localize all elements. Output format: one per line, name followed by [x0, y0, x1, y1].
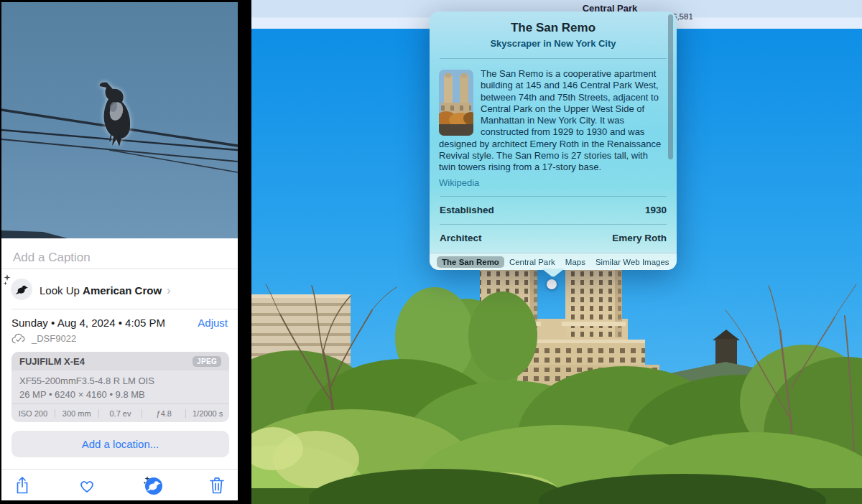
ev-value: 0.7 ev	[99, 409, 142, 418]
popover-tail	[542, 269, 565, 279]
divider	[11, 309, 238, 309]
fact-row-established: Established 1930	[440, 197, 667, 224]
camera-model: FUJIFILM X-E4	[19, 356, 85, 367]
share-icon	[14, 476, 31, 495]
focal-length-value: 300 mm	[55, 409, 98, 418]
wikipedia-link[interactable]: Wikipedia	[439, 177, 667, 188]
lookup-row[interactable]: Look Up American Crow›	[1, 269, 238, 309]
san-remo-building-thumbnail	[439, 70, 473, 136]
lookup-subject: American Crow	[83, 284, 162, 297]
exposure-row: ISO 200 300 mm 0.7 ev ƒ4.8 1/2000 s	[11, 403, 229, 422]
selected-photo-bird-on-wire[interactable]	[1, 2, 238, 238]
popover-header: The San Remo Skyscraper in New York City	[430, 11, 677, 59]
fact-value: 1930	[645, 205, 667, 215]
lens-info: XF55-200mmF3.5-4.8 R LM OIS	[11, 370, 229, 386]
chevron-right-icon: ›	[167, 284, 171, 297]
shutter-value: 1/2000 s	[186, 409, 229, 418]
fact-row-architect: Architect Emery Roth	[440, 224, 667, 252]
popover-title: The San Remo	[430, 21, 677, 35]
filename-text: _DSF9022	[32, 333, 76, 344]
add-location-button[interactable]: Add a location...	[11, 431, 229, 457]
fact-value: Emery Roth	[612, 233, 667, 243]
visual-lookup-button[interactable]	[140, 473, 164, 498]
popover-tab-strip: The San Remo Central Park Maps Similar W…	[430, 253, 677, 270]
date-row: Sunday • Aug 4, 2024 • 4:05 PM Adjust	[1, 315, 238, 331]
scrollbar[interactable]	[668, 14, 673, 159]
tab-central-park[interactable]: Central Park	[504, 256, 560, 268]
favorite-button[interactable]	[75, 473, 99, 498]
photo-toolbar	[1, 469, 238, 500]
facts-section: Established 1930 Architect Emery Roth	[430, 196, 677, 252]
caption-input[interactable]	[11, 247, 230, 269]
bird-icon	[15, 284, 29, 296]
description-block: The San Remo is a cooperative apartment …	[439, 68, 667, 174]
tab-the-san-remo[interactable]: The San Remo	[437, 256, 504, 268]
camera-header: FUJIFILM X-E4 JPEG	[11, 352, 229, 370]
delete-button[interactable]	[205, 473, 229, 498]
format-badge: JPEG	[193, 356, 221, 367]
adjust-button[interactable]: Adjust	[198, 317, 228, 329]
heart-icon	[78, 477, 96, 494]
visual-lookup-dot[interactable]	[547, 279, 557, 289]
avatar	[11, 279, 32, 300]
visual-lookup-icon	[142, 475, 163, 495]
trash-icon	[208, 476, 226, 495]
aperture-value: ƒ4.8	[142, 409, 185, 418]
lookup-popover: The San Remo Skyscraper in New York City	[430, 11, 677, 270]
camera-info-card: FUJIFILM X-E4 JPEG XF55-200mmF3.5-4.8 R …	[11, 352, 229, 422]
cloud-check-icon	[11, 333, 27, 344]
fact-label: Established	[440, 205, 494, 215]
tab-similar-web-images[interactable]: Similar Web Images	[590, 256, 675, 268]
fact-label: Architect	[440, 233, 482, 243]
info-panel: Look Up American Crow› Sunday • Aug 4, 2…	[1, 2, 238, 500]
file-row: _DSF9022	[11, 332, 76, 345]
share-button[interactable]	[10, 473, 34, 498]
popover-subtitle: Skyscraper in New York City	[430, 38, 677, 49]
lookup-label: Look Up American Crow›	[40, 284, 171, 298]
date-text: Sunday • Aug 4, 2024 • 4:05 PM	[11, 317, 165, 329]
iso-value: ISO 200	[11, 409, 55, 418]
file-specs: 26 MP • 6240 × 4160 • 9.8 MB	[11, 386, 229, 400]
tab-maps[interactable]: Maps	[560, 256, 590, 268]
add-location-label: Add a location...	[82, 438, 159, 450]
